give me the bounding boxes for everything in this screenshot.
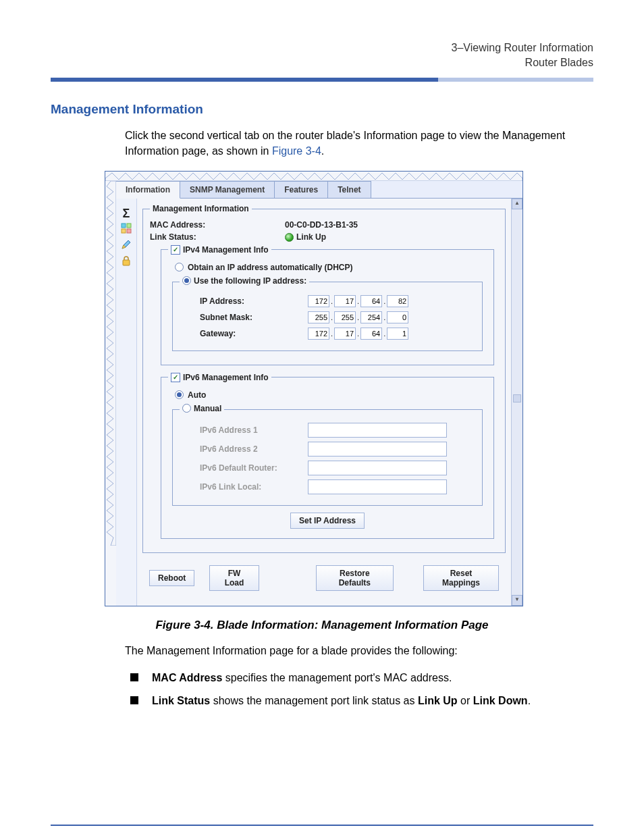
ipv6-addr1-field[interactable] xyxy=(308,423,447,438)
torn-edge-top xyxy=(105,172,522,181)
after-text: The Management Information page for a bl… xyxy=(125,643,593,658)
scrollbar[interactable]: ▲ ▼ xyxy=(511,199,522,606)
figure-caption: Figure 3-4. Blade Information: Managemen… xyxy=(51,619,593,632)
intro-text: Click the second vertical tab on the rou… xyxy=(125,130,565,157)
tab-telnet[interactable]: Telnet xyxy=(328,181,371,198)
ipv6-legend: IPv6 Management Info xyxy=(183,373,269,382)
svg-rect-3 xyxy=(127,229,131,233)
mask-octet-1[interactable] xyxy=(308,311,329,323)
lock-icon[interactable] xyxy=(120,255,132,267)
ipv6-manual-legend: Manual xyxy=(194,404,221,413)
header-rule xyxy=(51,78,593,82)
svg-rect-1 xyxy=(127,224,131,228)
section-title: Management Information xyxy=(51,102,593,117)
mask-octet-4[interactable] xyxy=(387,311,408,323)
gw-octet-4[interactable] xyxy=(387,328,408,340)
bullet-link-status: Link Status shows the management port li… xyxy=(125,693,593,710)
header-chapter: 3–Viewing Router Information xyxy=(51,41,593,55)
ipv6-checkbox[interactable]: ✓ xyxy=(171,373,180,382)
subnet-mask-label: Subnet Mask: xyxy=(200,313,308,322)
svg-rect-0 xyxy=(122,224,126,228)
management-info-fieldset: Management Information MAC Address: 00-C… xyxy=(142,204,506,553)
ipv6-fieldset: ✓ IPv6 Management Info Auto xyxy=(161,372,494,539)
scroll-up-icon[interactable]: ▲ xyxy=(512,199,522,209)
ipv6-manual-fieldset: Manual IPv6 Address 1 IPv xyxy=(172,404,483,506)
ipv4-legend: IPv4 Management Info xyxy=(183,245,269,255)
ipv4-fieldset: ✓ IPv4 Management Info Obtain an IP addr… xyxy=(161,244,494,365)
scroll-grip[interactable] xyxy=(513,394,521,402)
figure-ref-link[interactable]: Figure 3-4 xyxy=(272,145,321,157)
sigma-icon[interactable]: Σ xyxy=(120,207,132,219)
intro-paragraph: Click the second vertical tab on the rou… xyxy=(125,128,593,159)
ipv6-addr2-field[interactable] xyxy=(308,442,447,457)
gw-octet-1[interactable] xyxy=(308,328,329,340)
ipv6-router-label: IPv6 Default Router: xyxy=(200,463,308,473)
figure-screenshot: Information SNMP Management Features Tel… xyxy=(105,171,523,606)
tab-bar: Information SNMP Management Features Tel… xyxy=(116,181,522,199)
mask-octet-2[interactable] xyxy=(334,311,356,323)
mask-octet-3[interactable] xyxy=(360,311,382,323)
ipv6-addr2-label: IPv6 Address 2 xyxy=(200,444,308,454)
header-section: Router Blades xyxy=(51,55,593,70)
static-ip-radio[interactable] xyxy=(182,276,191,285)
ipv6-auto-radio[interactable] xyxy=(175,390,184,399)
intro-text-end: . xyxy=(321,145,324,157)
grid-icon[interactable] xyxy=(120,223,132,235)
torn-edge-left xyxy=(105,181,116,606)
link-status-label: Link Status: xyxy=(150,232,285,242)
ipv6-linklocal-label: IPv6 Link Local: xyxy=(200,482,308,492)
tab-features[interactable]: Features xyxy=(275,181,328,198)
static-ip-legend: Use the following IP address: xyxy=(194,276,306,286)
svg-rect-2 xyxy=(122,229,126,233)
fw-load-button[interactable]: FW Load xyxy=(209,565,259,591)
svg-rect-4 xyxy=(123,260,130,265)
link-up-icon xyxy=(285,233,294,242)
ipv6-addr1-label: IPv6 Address 1 xyxy=(200,425,308,435)
scroll-down-icon[interactable]: ▼ xyxy=(512,595,522,606)
ip-octet-3[interactable] xyxy=(360,295,382,307)
ipv6-router-field[interactable] xyxy=(308,461,447,475)
pencil-icon[interactable] xyxy=(120,239,132,251)
vertical-tab-strip: Σ xyxy=(116,199,137,606)
gateway-label: Gateway: xyxy=(200,329,308,338)
mac-address-label: MAC Address: xyxy=(150,220,285,230)
ip-address-label: IP Address: xyxy=(200,296,308,306)
reboot-button[interactable]: Reboot xyxy=(149,570,194,586)
tab-snmp-management[interactable]: SNMP Management xyxy=(180,181,275,198)
static-ip-fieldset: Use the following IP address: IP Address… xyxy=(172,276,483,352)
gw-octet-2[interactable] xyxy=(334,328,356,340)
ipv6-auto-label: Auto xyxy=(188,390,206,400)
ipv6-linklocal-field[interactable] xyxy=(308,479,447,494)
ip-octet-2[interactable] xyxy=(334,295,356,307)
reset-mappings-button[interactable]: Reset Mappings xyxy=(423,565,499,591)
dhcp-radio[interactable] xyxy=(175,263,184,271)
dhcp-label: Obtain an IP address automatically (DHCP… xyxy=(188,263,353,272)
ipv4-checkbox[interactable]: ✓ xyxy=(171,245,180,255)
ip-octet-1[interactable] xyxy=(308,295,329,307)
ipv6-manual-radio[interactable] xyxy=(182,404,191,413)
mac-address-value: 00-C0-DD-13-B1-35 xyxy=(285,220,358,230)
restore-defaults-button[interactable]: Restore Defaults xyxy=(316,565,394,591)
bullet-mac: MAC Address specifies the management por… xyxy=(125,670,593,687)
tab-information[interactable]: Information xyxy=(116,181,180,199)
set-ip-button[interactable]: Set IP Address xyxy=(290,513,365,529)
management-info-legend: Management Information xyxy=(150,204,252,213)
gw-octet-3[interactable] xyxy=(360,328,382,340)
link-status-value: Link Up xyxy=(285,232,326,242)
ip-octet-4[interactable] xyxy=(387,295,408,307)
